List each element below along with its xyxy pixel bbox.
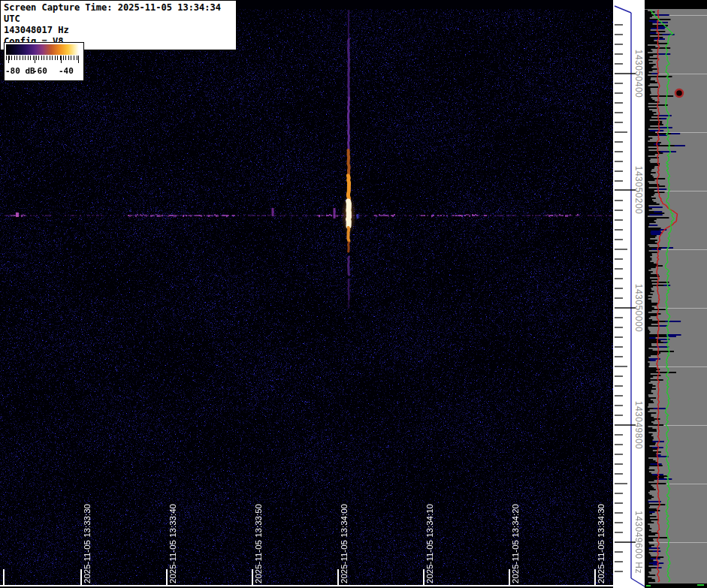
legend-label-40db: -40 xyxy=(59,66,74,76)
spectrum-side-panel-canvas[interactable] xyxy=(645,0,707,588)
axis-tick xyxy=(615,6,631,13)
freq-tick-label: 143050000 xyxy=(633,284,644,333)
time-tick-label: 2025-11-05 13:33:50 xyxy=(254,504,263,583)
spectrogram-app-window: 2025-11-05 13:33:302025-11-05 13:33:4020… xyxy=(0,0,707,588)
time-tick-label: 2025-11-05 13:33:40 xyxy=(168,504,177,583)
legend-label-80db: -80 dB xyxy=(5,66,35,76)
freq-tick-label: 143049800 xyxy=(633,401,644,450)
freq-tick-label: 143050200 xyxy=(633,166,644,215)
waterfall-spectrogram-canvas[interactable] xyxy=(0,0,613,588)
frequency-text: 143048017 Hz xyxy=(4,25,233,36)
time-tick-label: 2025-11-05 13:34:00 xyxy=(340,504,349,583)
time-tick-label: 2025-11-05 13:34:30 xyxy=(597,504,606,583)
color-scale-legend: -80 dB -60 -40 xyxy=(4,42,84,81)
legend-major-tick xyxy=(8,56,9,63)
colormap-gradient-bar xyxy=(6,44,79,55)
capture-time-text: Screen Capture Time: 2025-11-05 13:34:34… xyxy=(4,2,233,25)
legend-label-60db: -60 xyxy=(32,66,47,76)
legend-major-tick xyxy=(35,56,35,63)
time-tick-label: 2025-11-05 13:34:10 xyxy=(425,504,434,583)
legend-labels: -80 dB -60 -40 xyxy=(5,65,83,79)
legend-major-tick xyxy=(61,56,62,63)
legend-tick-ruler xyxy=(6,56,79,60)
time-tick-label: 2025-11-05 13:33:30 xyxy=(83,504,92,583)
axis-tick xyxy=(631,578,645,586)
legend-major-tick xyxy=(78,56,79,63)
time-tick-label: 2025-11-05 13:34:20 xyxy=(511,504,520,583)
freq-tick-label: 143049600 Hz xyxy=(633,511,644,574)
freq-tick-label: 143050400 xyxy=(633,50,644,98)
